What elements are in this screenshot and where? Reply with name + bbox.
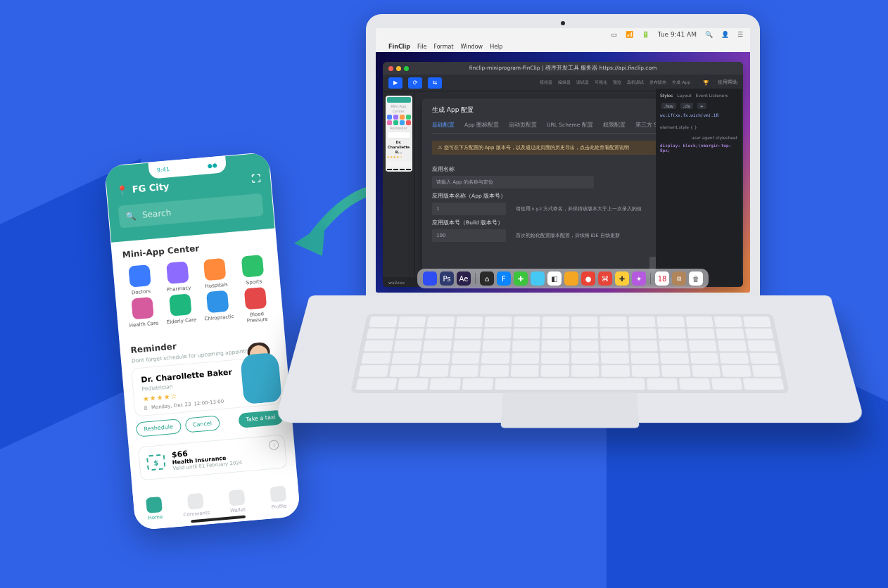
build-input[interactable]: 100 bbox=[432, 229, 506, 242]
dock-app[interactable]: ✚ bbox=[615, 271, 629, 286]
mac-menu-item[interactable]: File bbox=[417, 44, 426, 50]
ide-toolbar-item[interactable]: 可视化 bbox=[595, 79, 607, 86]
dialog-tab[interactable]: 基础配置 bbox=[432, 122, 455, 129]
toolbar-play-button[interactable]: ▶ bbox=[388, 77, 402, 89]
mac-dock: PsAe⌂F✚◧●⌘✚✦18⧈🗑 bbox=[417, 269, 709, 288]
add-badge[interactable]: + bbox=[697, 103, 706, 109]
tab-label: Profile bbox=[271, 503, 286, 510]
battery-icon[interactable]: 🔋 bbox=[642, 31, 649, 38]
dock-app[interactable]: F bbox=[497, 271, 511, 286]
dock-app[interactable]: 🗑 bbox=[689, 271, 703, 286]
info-icon[interactable]: i bbox=[269, 440, 279, 450]
laptop-mock: ▭ 📶 🔋 Tue 9:41 AM 🔍 👤 ☰ FinClip FileForm… bbox=[310, 14, 830, 464]
mini-app-item[interactable]: Hospitals bbox=[196, 257, 234, 290]
control-center-icon[interactable]: ☰ bbox=[737, 31, 743, 38]
tab-icon bbox=[187, 492, 204, 509]
dock-app[interactable]: ◧ bbox=[547, 271, 562, 286]
mini-app-grid: DoctorsPharmacyHospitalsSportsHealth Car… bbox=[113, 249, 283, 338]
reschedule-button[interactable]: Reshedule bbox=[136, 418, 182, 437]
tab-profile[interactable]: Profile bbox=[256, 475, 301, 520]
tab-icon bbox=[269, 485, 286, 502]
dock-app[interactable]: ⧈ bbox=[672, 271, 686, 286]
mini-app-item[interactable]: Sports bbox=[234, 254, 272, 286]
ide-toolbar-item[interactable]: 生成 App bbox=[672, 79, 690, 86]
dock-app[interactable] bbox=[564, 271, 578, 286]
devtools-tab[interactable]: Layout bbox=[677, 93, 691, 98]
mini-app-icon bbox=[203, 258, 227, 281]
status-icons: ●● bbox=[207, 162, 217, 169]
mini-app-icon bbox=[206, 290, 229, 314]
dialog-tab[interactable]: 权限配置 bbox=[603, 122, 626, 129]
mini-app-label: Elderly Care bbox=[166, 317, 196, 326]
insurance-ticket[interactable]: $ $66 Health Insurance Valid until 01 Fe… bbox=[138, 434, 287, 480]
user-icon[interactable]: 👤 bbox=[721, 31, 729, 38]
app-name[interactable]: FinClip bbox=[388, 44, 410, 50]
dialog-tab[interactable]: URL Scheme 配置 bbox=[547, 122, 593, 129]
take-taxi-button[interactable]: Take a taxi bbox=[238, 409, 283, 428]
mac-menu-item[interactable]: Help bbox=[490, 44, 502, 50]
dock-app[interactable]: ⌘ bbox=[598, 271, 612, 286]
toolbar-refresh-button[interactable]: ⟳ bbox=[408, 77, 422, 89]
scan-icon[interactable]: ⛶ bbox=[251, 173, 261, 184]
mini-app-item[interactable]: Pharmacy bbox=[158, 261, 197, 293]
mac-menu-item[interactable]: Format bbox=[433, 44, 453, 50]
ide-toolbar-item[interactable]: 编辑器 bbox=[558, 79, 571, 86]
trophy-icon[interactable]: 🏆 bbox=[703, 80, 709, 86]
dock-app[interactable]: Ae bbox=[457, 271, 471, 286]
dock-app[interactable]: ● bbox=[581, 271, 595, 286]
mini-app-item[interactable]: Health Care bbox=[123, 296, 163, 334]
mini-app-item[interactable]: Chiropractic bbox=[198, 290, 238, 328]
rule-origin: user agent stylesheet bbox=[660, 135, 737, 140]
laptop-base bbox=[310, 295, 830, 457]
devtools-tab[interactable]: Styles bbox=[660, 93, 673, 98]
dock-app[interactable]: Ps bbox=[440, 271, 454, 286]
ide-toolbar-item[interactable]: 模拟器 bbox=[540, 79, 552, 86]
dock-app[interactable] bbox=[423, 271, 437, 286]
clock-text: Tue 9:41 AM bbox=[658, 31, 697, 38]
search-input[interactable]: 🔍 Search bbox=[118, 193, 264, 229]
cancel-button[interactable]: Cancel bbox=[184, 415, 220, 433]
mac-menu-item[interactable]: Window bbox=[461, 44, 483, 50]
calendar-icon: 🗓 bbox=[144, 405, 149, 411]
appname-input[interactable]: 请输入 App 的名称与定位 bbox=[432, 176, 594, 188]
version-input[interactable]: 1 bbox=[432, 203, 506, 215]
hov-badge[interactable]: .hov bbox=[661, 103, 676, 109]
mini-app-label: Sports bbox=[246, 279, 262, 286]
cls-badge[interactable]: .cls bbox=[680, 103, 693, 109]
airplay-icon[interactable]: ▭ bbox=[611, 31, 617, 38]
dialog-tab[interactable]: App 图标配置 bbox=[464, 122, 499, 129]
help-link[interactable]: 使用帮助 bbox=[718, 79, 737, 86]
mini-app-icon bbox=[131, 297, 154, 320]
doctor-avatar bbox=[236, 340, 285, 404]
mini-app-item[interactable]: Doctors bbox=[120, 264, 159, 296]
wifi-icon[interactable]: 📶 bbox=[626, 31, 633, 38]
devtools-tab[interactable]: Event Listeners bbox=[696, 93, 728, 98]
traffic-lights[interactable] bbox=[388, 66, 409, 71]
dock-app[interactable]: 18 bbox=[655, 271, 669, 286]
mac-desktop: finclip-miniprogram-FinClip | 程序开发工具 服务器… bbox=[376, 52, 750, 293]
ide-titlebar: finclip-miniprogram-FinClip | 程序开发工具 服务器… bbox=[383, 62, 743, 75]
tab-home[interactable]: Home bbox=[132, 486, 177, 530]
mini-app-item[interactable]: Blood Pressure bbox=[236, 286, 276, 324]
tab-label: Comments bbox=[183, 509, 210, 517]
ide-toolbar-item[interactable]: 调试器 bbox=[576, 79, 589, 86]
phone-tabbar: HomeCommentsWalletProfile bbox=[132, 475, 300, 530]
mini-app-item[interactable]: Elderly Care bbox=[161, 293, 201, 331]
dock-app[interactable]: ✚ bbox=[514, 271, 528, 286]
toolbar-sync-button[interactable]: ⇆ bbox=[428, 77, 442, 89]
spotlight-icon[interactable]: 🔍 bbox=[705, 31, 713, 38]
style-rule: display: block;\nmargin-top: 8px; bbox=[660, 143, 737, 153]
mini-app-label: Chiropractic bbox=[204, 314, 234, 322]
devtools-tabs: StylesLayoutEvent Listeners bbox=[660, 93, 737, 98]
ide-toolbar-item[interactable]: 发布版本 bbox=[649, 79, 666, 86]
ticket-icon: $ bbox=[146, 454, 166, 471]
location-row[interactable]: 📍 FG City ⛶ bbox=[116, 173, 261, 196]
dialog-tab[interactable]: 启动页配置 bbox=[509, 122, 537, 129]
mini-preview[interactable]: Mini-App Center Reminder Dr. Charollette… bbox=[386, 96, 412, 172]
dock-app[interactable]: ✦ bbox=[632, 271, 646, 286]
ide-toolbar-item[interactable]: 预览 bbox=[613, 79, 621, 86]
dock-app[interactable] bbox=[531, 271, 545, 286]
dock-app[interactable]: ⌂ bbox=[480, 271, 494, 286]
ide-toolbar-item[interactable]: 真机调试 bbox=[627, 79, 644, 86]
version-hint: 请使用 x.y.z 方式命名，并保持该版本大于上一次录入的值 bbox=[513, 206, 642, 212]
